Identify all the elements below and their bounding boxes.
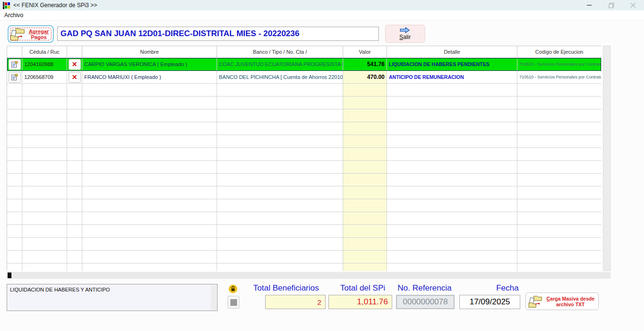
edit-row-button[interactable]: [9, 59, 21, 70]
cell-empty: [217, 84, 343, 97]
cell-empty: [217, 199, 343, 212]
cell-empty: [517, 263, 601, 271]
cell-detalle[interactable]: ANTICIPO DE REMUNERACION: [387, 71, 517, 84]
lock-icon: [228, 284, 238, 293]
cell-nombre[interactable]: CARPIO VARGAS VERONICA ( Empleado ): [82, 58, 217, 71]
cell-empty: [217, 122, 343, 135]
cell-edit: [7, 58, 22, 71]
cell-empty: [7, 109, 22, 122]
cell-empty: [67, 148, 82, 161]
cell-empty-valor: [343, 174, 387, 186]
cell-empty: [217, 135, 343, 148]
header-delete-col: [67, 46, 82, 58]
cell-empty: [7, 161, 22, 174]
cell-empty: [217, 212, 343, 225]
cell-empty: [7, 122, 22, 135]
horizontal-scrollbar[interactable]: [7, 272, 611, 279]
cell-empty-valor: [343, 122, 387, 135]
cell-valor[interactable]: 541.76: [343, 58, 387, 71]
total-spi-label: Total del SPi: [333, 283, 392, 293]
table-row-empty[interactable]: [7, 84, 601, 97]
cell-empty-valor: [343, 225, 387, 238]
table-row-empty[interactable]: [7, 251, 601, 263]
cell-banco[interactable]: COAC JUVENTUD ECUATORIANA PROGRESISTA LT…: [217, 58, 343, 71]
table-header-row: Cédula / Ruc Nombre Banco / Tipo / No. C…: [7, 46, 601, 58]
descripcion-scrollbar[interactable]: [211, 285, 217, 310]
maximize-button[interactable]: [600, 0, 622, 10]
total-beneficiarios-label: Total Beneficiarios: [246, 283, 326, 293]
table-row[interactable]: 1206568709 ✕ FRANCO MARIUXI ( Empleado )…: [7, 71, 601, 84]
cell-empty: [517, 251, 601, 263]
table-row-empty[interactable]: [7, 174, 601, 186]
cell-detalle[interactable]: LIQUIDACION DE HABERES PENDIENTES: [387, 58, 517, 71]
cell-empty: [517, 199, 601, 212]
cell-empty: [82, 84, 217, 97]
table-row-empty[interactable]: [7, 199, 601, 212]
table-row-empty[interactable]: [7, 225, 601, 238]
table-row-empty[interactable]: [7, 161, 601, 174]
minimize-button[interactable]: [578, 0, 600, 10]
table-row-empty[interactable]: [7, 148, 601, 161]
cell-empty: [67, 212, 82, 225]
color-swatch-button[interactable]: [228, 296, 239, 309]
agregar-pagos-button[interactable]: Agregar Pagos: [8, 25, 54, 43]
fecha-input[interactable]: 17/09/2025: [459, 295, 520, 309]
cell-empty: [217, 109, 343, 122]
edit-row-button[interactable]: [9, 72, 21, 83]
cell-empty-valor: [343, 148, 387, 161]
cell-empty: [82, 174, 217, 186]
total-spi-value: 1,011.76: [328, 295, 392, 309]
table-row-empty[interactable]: [7, 97, 601, 109]
table-row-empty[interactable]: [7, 238, 601, 251]
table-row-empty[interactable]: [7, 212, 601, 225]
cell-empty: [387, 199, 517, 212]
cell-empty: [387, 109, 517, 122]
cell-empty: [217, 161, 343, 174]
cell-codigo[interactable]: 710510 - Servicios Personales por Contra…: [517, 71, 601, 84]
cell-delete: ✕: [67, 58, 82, 71]
cell-empty: [22, 238, 67, 251]
total-beneficiarios-value: 2: [265, 295, 326, 309]
cell-cedula[interactable]: 1204160988: [22, 58, 67, 71]
delete-row-button[interactable]: ✕: [69, 59, 81, 70]
cell-empty: [22, 135, 67, 148]
carga-masiva-button[interactable]: Carga Masiva desde archivo TXT: [525, 292, 599, 310]
delete-row-button[interactable]: ✕: [69, 72, 81, 83]
cell-empty: [67, 174, 82, 186]
table-row-empty[interactable]: [7, 122, 601, 135]
cell-empty: [22, 199, 67, 212]
header-edit-col: [7, 46, 22, 58]
cell-codigo[interactable]: 710510 - Servicios Personales por Contra…: [517, 58, 601, 71]
header-banco: Banco / Tipo / No. Cta /: [217, 46, 343, 58]
table-row-empty[interactable]: [7, 109, 601, 122]
horizontal-scrollbar-thumb[interactable]: [8, 273, 11, 278]
cell-banco[interactable]: BANCO DEL PICHINCHA [ Cuenta de Ahorros …: [217, 71, 343, 84]
salir-button[interactable]: Salir: [385, 25, 425, 43]
close-button[interactable]: [622, 0, 644, 10]
delete-x-icon: ✕: [72, 74, 78, 80]
cell-valor[interactable]: 470.00: [343, 71, 387, 84]
cell-nombre[interactable]: FRANCO MARIUXI ( Empleado ): [82, 71, 217, 84]
cell-empty: [7, 97, 22, 109]
cell-empty: [387, 148, 517, 161]
cell-empty: [82, 148, 217, 161]
cell-empty: [217, 251, 343, 263]
table-row-empty[interactable]: [7, 186, 601, 199]
cell-cedula[interactable]: 1206568709: [22, 71, 67, 84]
vertical-scrollbar[interactable]: [603, 46, 611, 271]
cell-empty: [7, 251, 22, 263]
table-row[interactable]: 1204160988 ✕ CARPIO VARGAS VERONICA ( Em…: [7, 58, 601, 71]
cell-empty: [217, 186, 343, 199]
table-row-empty[interactable]: [7, 263, 601, 271]
document-title-input[interactable]: [57, 27, 379, 41]
cell-empty: [67, 84, 82, 97]
cell-empty: [82, 263, 217, 271]
cell-empty: [517, 161, 601, 174]
descripcion-textarea[interactable]: LIQUIDACION DE HABERES Y ANTICIPO: [7, 284, 218, 311]
payments-table: Cédula / Ruc Nombre Banco / Tipo / No. C…: [7, 46, 601, 271]
window-title: << FENIX Generador de SPi3 >>: [13, 2, 97, 9]
menu-archivo[interactable]: Archivo: [0, 11, 28, 19]
cell-empty-valor: [343, 199, 387, 212]
table-row-empty[interactable]: [7, 135, 601, 148]
cell-empty: [517, 148, 601, 161]
